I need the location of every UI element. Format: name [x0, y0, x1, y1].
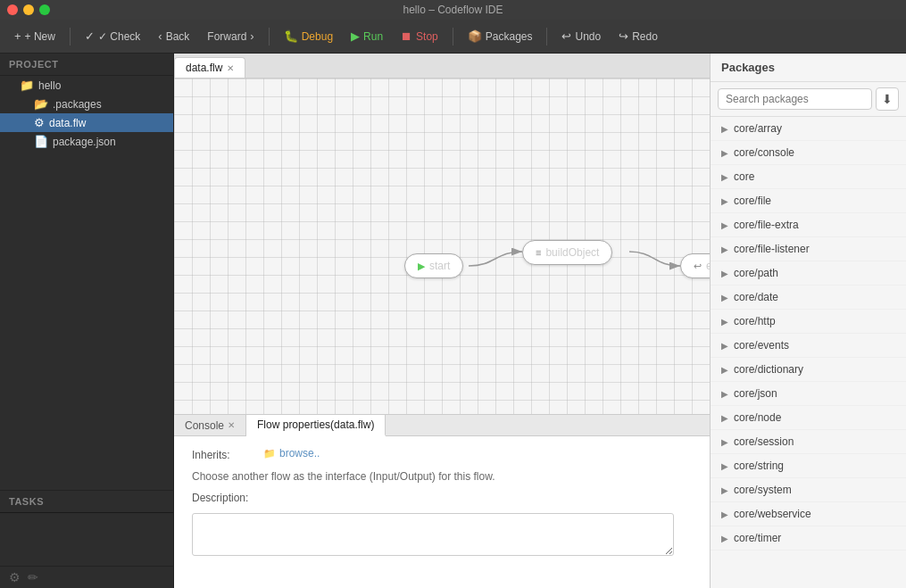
main-layout: Project 📁 hello 📂 .packages ⚙ data.flw 📄…	[0, 54, 906, 588]
package-name: core/file-extra	[734, 219, 799, 231]
package-item[interactable]: ▶core/console	[711, 141, 906, 165]
download-button[interactable]: ⬇	[876, 87, 899, 111]
debug-label: Debug	[302, 30, 333, 43]
redo-button[interactable]: ↪ Redo	[611, 26, 665, 46]
package-item[interactable]: ▶core/session	[711, 430, 906, 454]
package-item[interactable]: ▶core/array	[711, 117, 906, 141]
description-note: Choose another flow as the interface (In…	[192, 470, 692, 483]
tasks-edit-icon[interactable]: ✏	[28, 570, 38, 584]
package-name: core/path	[734, 267, 778, 279]
package-item[interactable]: ▶core/file-extra	[711, 213, 906, 237]
package-item[interactable]: ▶core/file	[711, 189, 906, 213]
flow-node-end[interactable]: ↩ end	[680, 253, 710, 278]
undo-icon: ↩	[561, 29, 571, 43]
package-item[interactable]: ▶core/webservice	[711, 502, 906, 526]
hello-folder-label: hello	[38, 79, 61, 92]
console-tab-label: Console	[185, 419, 224, 432]
package-item[interactable]: ▶core/timer	[711, 526, 906, 551]
package-item[interactable]: ▶core	[711, 165, 906, 189]
browse-link[interactable]: browse..	[279, 447, 320, 460]
package-arrow-icon: ▶	[721, 485, 728, 495]
new-label: + New	[25, 30, 55, 43]
package-item[interactable]: ▶core/date	[711, 286, 906, 310]
tasks-section: Tasks	[0, 490, 173, 512]
tasks-settings-icon[interactable]: ⚙	[9, 570, 21, 584]
data-flw-label: data.flw	[49, 117, 86, 129]
packages-search-row: ⬇	[711, 82, 906, 117]
stop-label: Stop	[416, 30, 438, 43]
package-item[interactable]: ▶core/system	[711, 478, 906, 502]
back-icon: ‹	[158, 29, 162, 43]
bottom-tab-console[interactable]: Console ✕	[174, 415, 246, 435]
package-arrow-icon: ▶	[721, 341, 728, 351]
package-arrow-icon: ▶	[721, 196, 728, 206]
package-item[interactable]: ▶core/node	[711, 406, 906, 430]
search-input[interactable]	[718, 88, 872, 110]
forward-button[interactable]: Forward ›	[200, 26, 261, 46]
package-arrow-icon: ▶	[721, 172, 728, 182]
package-name: core	[734, 170, 754, 183]
undo-button[interactable]: ↩ Undo	[554, 26, 608, 46]
package-item[interactable]: ▶core/dictionary	[711, 358, 906, 382]
folder-icon: 📁	[20, 79, 34, 92]
close-button[interactable]	[7, 4, 18, 15]
maximize-button[interactable]	[39, 4, 50, 15]
check-label: ✓ Check	[98, 30, 140, 43]
package-arrow-icon: ▶	[721, 437, 728, 447]
packages-button[interactable]: 📦 Packages	[461, 26, 540, 46]
check-button[interactable]: ✓ ✓ Check	[78, 26, 147, 46]
package-item[interactable]: ▶core/http	[711, 310, 906, 334]
bottom-panel: Console ✕ Flow properties(data.flw) Inhe…	[174, 414, 710, 588]
package-arrow-icon: ▶	[721, 509, 728, 519]
package-item[interactable]: ▶core/path	[711, 261, 906, 286]
sidebar-item-packages[interactable]: 📂 .packages	[0, 95, 173, 113]
package-arrow-icon: ▶	[721, 124, 728, 134]
stop-button[interactable]: ⏹ Stop	[394, 26, 445, 46]
description-label: Description:	[192, 490, 263, 504]
package-item[interactable]: ▶core/file-listener	[711, 237, 906, 261]
sidebar-spacer	[0, 151, 173, 490]
description-textarea[interactable]	[192, 513, 674, 556]
packages-label: Packages	[486, 30, 533, 43]
flow-node-buildObject[interactable]: ≡ buildObject	[522, 240, 612, 265]
package-item[interactable]: ▶core/string	[711, 454, 906, 478]
tasks-icons: ⚙ ✏	[0, 566, 173, 588]
bottom-tab-flow-props[interactable]: Flow properties(data.flw)	[246, 415, 386, 436]
package-item[interactable]: ▶core/events	[711, 334, 906, 358]
undo-label: Undo	[575, 30, 601, 43]
package-name: core/console	[734, 146, 794, 159]
new-button[interactable]: + + New	[7, 26, 62, 46]
center-panel: data.flw ✕ ▶ start	[174, 54, 710, 588]
package-name: core/timer	[734, 532, 781, 544]
start-node-label: start	[429, 260, 450, 272]
tab-data-flw[interactable]: data.flw ✕	[174, 57, 245, 78]
package-arrow-icon: ▶	[721, 534, 728, 543]
back-label: Back	[166, 30, 190, 43]
tab-close-icon[interactable]: ✕	[227, 63, 234, 73]
stop-icon: ⏹	[401, 29, 412, 43]
package-arrow-icon: ▶	[721, 269, 728, 278]
package-name: core/node	[734, 411, 781, 424]
package-name: core/http	[734, 315, 776, 327]
build-node-label: buildObject	[545, 246, 599, 259]
run-icon: ▶	[351, 29, 360, 43]
minimize-button[interactable]	[23, 4, 34, 15]
package-name: core/system	[734, 484, 792, 496]
sidebar-item-hello[interactable]: 📁 hello	[0, 76, 173, 95]
browse-folder-icon: 📁	[263, 448, 276, 460]
flow-canvas[interactable]: ▶ start ≡ buildObject ↩ end	[174, 79, 710, 414]
sidebar-item-package-json[interactable]: 📄 package.json	[0, 132, 173, 151]
debug-button[interactable]: 🐛 Debug	[277, 26, 340, 46]
package-item[interactable]: ▶core/json	[711, 382, 906, 406]
flow-node-start[interactable]: ▶ start	[404, 253, 463, 278]
json-icon: 📄	[34, 135, 48, 148]
end-node-label: end	[706, 260, 710, 272]
toolbar: + + New ✓ ✓ Check ‹ Back Forward › 🐛 Deb…	[0, 20, 906, 54]
inherits-value: 📁 browse..	[263, 447, 320, 460]
back-button[interactable]: ‹ Back	[151, 26, 196, 46]
package-name: core/array	[734, 122, 782, 135]
sidebar-item-data-flw[interactable]: ⚙ data.flw	[0, 113, 173, 132]
package-arrow-icon: ▶	[721, 389, 728, 399]
run-button[interactable]: ▶ Run	[344, 26, 390, 46]
console-tab-close[interactable]: ✕	[228, 420, 235, 430]
